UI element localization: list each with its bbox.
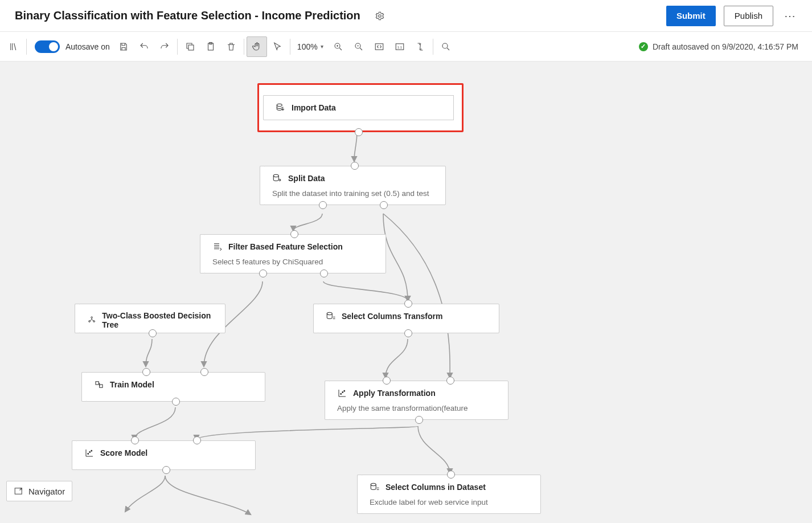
settings-button[interactable]: [373, 9, 387, 23]
zoom-in-button[interactable]: [328, 36, 348, 57]
output-port[interactable]: [319, 201, 327, 209]
library-panel-button[interactable]: [3, 36, 24, 57]
node-apply-transformation[interactable]: Apply Transformation Apply the same tran…: [329, 381, 508, 420]
publish-button[interactable]: Publish: [724, 6, 773, 26]
redo-button[interactable]: [154, 36, 175, 57]
zoom-out-icon: [354, 42, 364, 52]
undo-button[interactable]: [134, 36, 154, 57]
svg-point-21: [88, 453, 89, 455]
output-port[interactable]: [404, 329, 412, 337]
input-port[interactable]: [131, 436, 139, 444]
submit-button[interactable]: Submit: [666, 6, 716, 26]
header: Binary Classification with Feature Selec…: [0, 0, 812, 32]
database-import-icon: [276, 103, 286, 113]
node-label: Select Columns in Dataset: [386, 483, 486, 492]
node-split-data[interactable]: Split Data Split the dataset into traini…: [264, 166, 446, 205]
hand-icon: [252, 42, 262, 52]
svg-point-20: [344, 390, 345, 391]
delete-icon: [226, 42, 236, 52]
svg-point-19: [342, 392, 343, 393]
auto-layout-icon: [415, 42, 425, 52]
paste-button[interactable]: [200, 36, 221, 57]
search-icon: [441, 42, 451, 52]
delete-button[interactable]: [221, 36, 241, 57]
input-port[interactable]: [142, 368, 150, 376]
separator: [177, 39, 178, 55]
output-port[interactable]: [320, 269, 328, 277]
input-port[interactable]: [351, 162, 359, 170]
svg-point-24: [371, 483, 376, 486]
input-port[interactable]: [447, 471, 455, 479]
output-port[interactable]: [162, 466, 170, 474]
navigator-button[interactable]: Navigator: [6, 481, 72, 501]
node-description: Apply the same transformation(feature: [337, 403, 500, 412]
zoom-level: 100%: [297, 42, 318, 51]
more-button[interactable]: ⋯: [781, 7, 798, 24]
search-button[interactable]: [436, 36, 456, 57]
svg-point-15: [327, 312, 332, 315]
autosave-status: ✓ Draft autosaved on 9/9/2020, 4:16:57 P…: [639, 42, 809, 51]
page-title: Binary Classification with Feature Selec…: [15, 9, 360, 22]
scatter-icon: [84, 448, 95, 458]
zoom-in-icon: [333, 42, 343, 52]
node-description: Split the dataset into training set (0.5…: [272, 188, 437, 198]
input-port[interactable]: [200, 368, 208, 376]
node-two-class-boosted-decision-tree[interactable]: Two-Class Boosted Decision Tree: [79, 304, 225, 333]
input-port[interactable]: [404, 300, 412, 308]
node-train-model[interactable]: Train Model: [85, 372, 265, 402]
navigator-icon: [14, 486, 24, 496]
node-label: Filter Based Feature Selection: [228, 242, 343, 251]
database-split-icon: [272, 173, 282, 183]
actual-size-button[interactable]: 1:1: [389, 36, 410, 57]
status-text: Draft autosaved on 9/9/2020, 4:16:57 PM: [653, 42, 798, 51]
node-label: Score Model: [100, 448, 147, 457]
zoom-fit-button[interactable]: [369, 36, 389, 57]
save-icon: [118, 42, 129, 52]
filter-list-icon: [212, 242, 223, 252]
header-right: Submit Publish ⋯: [666, 6, 798, 26]
svg-rect-6: [375, 43, 383, 50]
node-select-columns-in-dataset[interactable]: Select Columns in Dataset Exclude label …: [361, 475, 541, 514]
auto-layout-button[interactable]: [410, 36, 430, 57]
copy-icon: [185, 42, 195, 52]
chevron-down-icon: ▾: [321, 43, 323, 50]
svg-rect-17: [100, 385, 102, 387]
node-select-columns-transform[interactable]: Select Columns Transform: [317, 304, 499, 333]
node-score-model[interactable]: Score Model: [76, 440, 256, 470]
svg-point-12: [91, 317, 93, 318]
separator: [244, 39, 244, 55]
output-port[interactable]: [355, 128, 363, 136]
svg-point-22: [89, 452, 91, 453]
output-port[interactable]: [172, 398, 180, 406]
node-label: Apply Transformation: [353, 389, 436, 398]
output-port[interactable]: [149, 329, 157, 337]
autosave-toggle[interactable]: [35, 40, 60, 53]
input-port[interactable]: [290, 230, 298, 238]
node-label: Train Model: [110, 380, 154, 389]
separator: [26, 39, 27, 55]
select-tool-button[interactable]: [267, 36, 288, 57]
node-import-data[interactable]: Import Data: [257, 83, 464, 132]
input-port[interactable]: [446, 377, 454, 385]
save-button[interactable]: [113, 36, 134, 57]
node-description: Exclude label for web service input: [370, 497, 532, 506]
paste-icon: [206, 42, 216, 52]
output-port[interactable]: [380, 201, 388, 209]
output-port[interactable]: [415, 416, 423, 424]
svg-rect-1: [188, 45, 194, 50]
node-label: Split Data: [288, 174, 325, 183]
zoom-display[interactable]: 100% ▾: [297, 42, 323, 51]
pipeline-canvas[interactable]: Import Data Split Data Split the dataset…: [0, 62, 812, 523]
node-filter-feature-selection[interactable]: Filter Based Feature Selection Select 5 …: [204, 234, 386, 273]
autosave-label: Autosave on: [65, 42, 110, 51]
fit-icon: [374, 42, 384, 52]
node-description: Select 5 features by ChiSquared: [212, 256, 378, 266]
output-port[interactable]: [259, 269, 267, 277]
pointer-icon: [272, 42, 282, 52]
svg-point-18: [341, 394, 342, 395]
pan-tool-button[interactable]: [247, 36, 267, 57]
input-port[interactable]: [193, 436, 201, 444]
zoom-out-button[interactable]: [348, 36, 369, 57]
input-port[interactable]: [383, 377, 391, 385]
copy-button[interactable]: [180, 36, 200, 57]
